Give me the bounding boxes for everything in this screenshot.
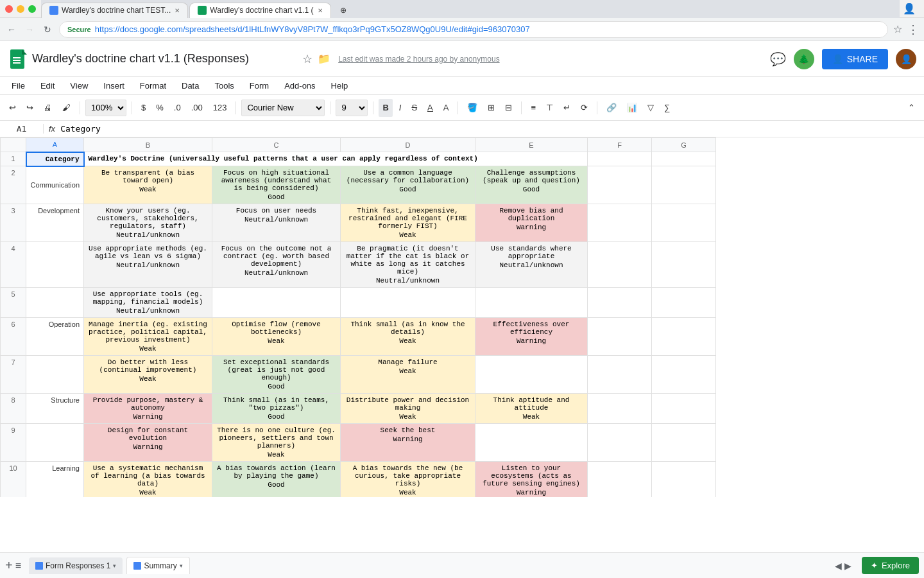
cell-f8[interactable]	[588, 394, 652, 424]
strikethrough-button[interactable]: S	[407, 99, 421, 117]
cell-b10[interactable]: Use a systematic mechanism of learning (…	[84, 462, 212, 498]
menu-addons[interactable]: Add-ons	[278, 78, 321, 93]
menu-view[interactable]: View	[64, 78, 94, 93]
cell-b2[interactable]: Be transparent (a bias toward open) Weak	[84, 166, 212, 204]
cell-c6[interactable]: Optimise flow (remove bottlenecks) Weak	[212, 318, 341, 356]
cell-e7[interactable]	[475, 356, 588, 394]
link-button[interactable]: 🔗	[603, 99, 620, 117]
percent-button[interactable]: %	[152, 99, 167, 117]
cell-a4[interactable]	[26, 242, 84, 288]
cell-g5[interactable]	[652, 288, 716, 318]
form-responses-dropdown-icon[interactable]: ▾	[113, 563, 116, 569]
explore-button[interactable]: ✦ Explore	[862, 557, 919, 574]
cell-g3[interactable]	[652, 204, 716, 242]
user-profile-avatar[interactable]: 👤	[896, 49, 916, 69]
cell-c3[interactable]: Focus on user needs Neutral/unknown	[212, 204, 341, 242]
minimize-button[interactable]	[17, 5, 24, 13]
currency-button[interactable]: $	[137, 99, 150, 117]
cell-f1[interactable]	[588, 152, 652, 166]
valign-button[interactable]: ⊤	[542, 99, 557, 117]
cell-g2[interactable]	[652, 166, 716, 204]
cell-g9[interactable]	[652, 424, 716, 462]
cell-e8[interactable]: Think aptitude and attitude Weak	[475, 394, 588, 424]
scroll-right-button[interactable]: ▶	[844, 561, 851, 571]
wrap-button[interactable]: ↵	[560, 99, 574, 117]
cell-d2[interactable]: Use a common language (necessary for col…	[341, 166, 475, 204]
italic-button[interactable]: I	[395, 99, 406, 117]
cell-d8[interactable]: Distribute power and decision making Wea…	[341, 394, 475, 424]
col-header-b[interactable]: B	[84, 138, 212, 152]
chart-button[interactable]: 📊	[623, 99, 641, 117]
cell-b4[interactable]: Use appropriate methods (eg. agile vs le…	[84, 242, 212, 288]
browser-menu-icon[interactable]: ⋮	[907, 22, 919, 37]
menu-file[interactable]: File	[5, 78, 31, 93]
window-controls[interactable]	[5, 5, 36, 13]
cell-e2[interactable]: Challenge assumptions (speak up and ques…	[475, 166, 588, 204]
menu-format[interactable]: Format	[133, 78, 173, 93]
col-header-c[interactable]: C	[212, 138, 341, 152]
cell-a7[interactable]	[26, 356, 84, 394]
rotate-button[interactable]: ⟳	[577, 99, 592, 117]
cell-c9[interactable]: There is no one culture (eg. pioneers, s…	[212, 424, 341, 462]
cell-b9[interactable]: Design for constant evolution Warning	[84, 424, 212, 462]
cell-d7[interactable]: Manage failure Weak	[341, 356, 475, 394]
cell-e3[interactable]: Remove bias and duplication Warning	[475, 204, 588, 242]
cell-a10[interactable]: Learning	[26, 462, 84, 498]
cell-a9[interactable]	[26, 424, 84, 462]
merge-cells-button[interactable]: ⊟	[501, 99, 516, 117]
cell-c5[interactable]	[212, 288, 341, 318]
cell-a8[interactable]: Structure	[26, 394, 84, 424]
cell-c7[interactable]: Set exceptional standards (great is just…	[212, 356, 341, 394]
add-sheet-button[interactable]: +	[5, 558, 13, 573]
cell-c10[interactable]: A bias towards action (learn by playing …	[212, 462, 341, 498]
close-button[interactable]	[5, 5, 13, 13]
cell-f9[interactable]	[588, 424, 652, 462]
cell-f3[interactable]	[588, 204, 652, 242]
cell-f5[interactable]	[588, 288, 652, 318]
sheet-menu-button[interactable]: ≡	[15, 560, 21, 572]
cell-d5[interactable]	[341, 288, 475, 318]
forward-button[interactable]: →	[23, 23, 36, 36]
drive-folder-icon[interactable]: 📁	[318, 53, 330, 65]
format-number-button[interactable]: 123	[209, 99, 231, 117]
underline-button[interactable]: A	[424, 99, 437, 117]
undo-button[interactable]: ↩	[5, 99, 20, 117]
user-account-icon[interactable]: 👤	[903, 3, 916, 15]
borders-button[interactable]: ⊞	[484, 99, 499, 117]
menu-help[interactable]: Help	[325, 78, 355, 93]
cell-f2[interactable]	[588, 166, 652, 204]
new-tab[interactable]: ⊕	[332, 3, 352, 18]
scroll-left-button[interactable]: ◀	[835, 561, 842, 571]
cell-a1[interactable]: Category	[26, 152, 84, 166]
bookmark-star-icon[interactable]: ☆	[893, 23, 902, 35]
cell-f10[interactable]	[588, 462, 652, 498]
tab-2-close[interactable]: ✕	[318, 7, 323, 14]
cell-a3[interactable]: Development	[26, 204, 84, 242]
col-header-e[interactable]: E	[475, 138, 588, 152]
cell-g7[interactable]	[652, 356, 716, 394]
menu-insert[interactable]: Insert	[97, 78, 131, 93]
cell-b6[interactable]: Manage inertia (eg. existing practice, p…	[84, 318, 212, 356]
col-header-a[interactable]: A	[26, 138, 84, 152]
cell-b5[interactable]: Use appropriate tools (eg. mapping, fina…	[84, 288, 212, 318]
cell-d10[interactable]: A bias towards the new (be curious, take…	[341, 462, 475, 498]
sheet-tab-form-responses[interactable]: Form Responses 1 ▾	[29, 557, 123, 574]
cell-g1[interactable]	[652, 152, 716, 166]
comment-button[interactable]: 💬	[770, 51, 786, 67]
sheet-tab-summary[interactable]: Summary ▾	[126, 557, 189, 574]
decimal-increase-button[interactable]: .00	[187, 99, 207, 117]
share-button[interactable]: 👤 SHARE	[822, 49, 888, 69]
print-button[interactable]: 🖨	[40, 99, 56, 117]
redo-button[interactable]: ↪	[22, 99, 37, 117]
back-button[interactable]: ←	[5, 23, 18, 36]
cell-b8[interactable]: Provide purpose, mastery & autonomy Warn…	[84, 394, 212, 424]
font-size-selector[interactable]: 9	[336, 100, 368, 116]
decimal-decrease-button[interactable]: .0	[170, 99, 185, 117]
cell-c4[interactable]: Focus on the outcome not a contract (eg.…	[212, 242, 341, 288]
cell-b1[interactable]: Wardley's Doctrine (universally useful p…	[84, 152, 588, 166]
cell-c2[interactable]: Focus on high situational awareness (und…	[212, 166, 341, 204]
function-button[interactable]: ∑	[660, 99, 674, 117]
maximize-button[interactable]	[28, 5, 36, 13]
col-header-g[interactable]: G	[652, 138, 716, 152]
cell-d6[interactable]: Think small (as in know the details) Wea…	[341, 318, 475, 356]
